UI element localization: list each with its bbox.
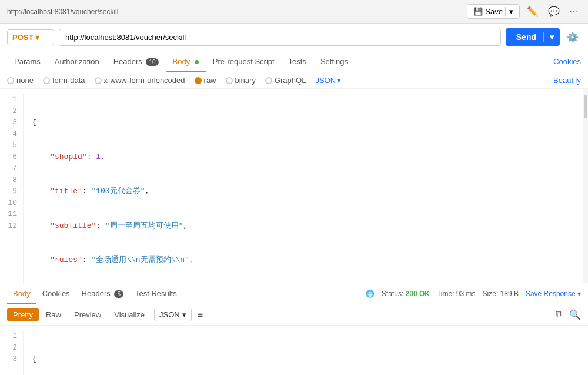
send-button[interactable]: Send ▾ — [506, 28, 560, 46]
resp-tab-cookies[interactable]: Cookies — [36, 284, 76, 304]
top-bar-actions: 💾 Save ▾ ✏️ 💬 ⋯ — [467, 4, 581, 19]
top-bar-url: http://localhost:8081/voucher/seckill — [7, 8, 118, 16]
filter-icon[interactable]: ≡ — [198, 310, 203, 320]
url-bar: POST ▾ Send ▾ ⚙️ — [0, 24, 588, 51]
copy-icon[interactable]: ⧉ — [556, 309, 562, 320]
time-label: Time: 93 ms — [437, 290, 476, 298]
save-response-link[interactable]: Save Response ▾ — [526, 290, 581, 298]
line-numbers: 1 2 3 4 5 6 7 8 9 10 11 12 — [0, 94, 24, 283]
tab-params[interactable]: Params — [7, 52, 48, 72]
top-bar: http://localhost:8081/voucher/seckill 💾 … — [0, 0, 588, 24]
resp-tab-headers[interactable]: Headers 5 — [76, 284, 129, 304]
method-select[interactable]: POST ▾ — [7, 29, 54, 45]
more-options-button[interactable]: ⋯ — [567, 5, 581, 18]
response-code: 1 2 3 { "success": true, "data": 2 — [0, 326, 588, 375]
none-radio — [7, 77, 14, 84]
body-options: none form-data x-www-form-urlencoded raw… — [0, 72, 588, 89]
request-body-editor[interactable]: 1 2 3 4 5 6 7 8 9 10 11 12 { "shopId": 1… — [0, 89, 588, 283]
save-label: Save — [485, 7, 503, 16]
save-dropdown-arrow[interactable]: ▾ — [505, 7, 513, 16]
body-option-binary[interactable]: binary — [226, 76, 256, 85]
body-option-form-data[interactable]: form-data — [43, 76, 85, 85]
scrollbar-thumb[interactable] — [584, 95, 587, 118]
tabs-right: Cookies — [553, 57, 581, 66]
resp-tab-body[interactable]: Body — [7, 284, 36, 304]
fmt-tab-pretty[interactable]: Pretty — [7, 308, 39, 321]
response-editor[interactable]: 1 2 3 { "success": true, "data": 2 — [0, 326, 588, 375]
body-option-url-encoded[interactable]: x-www-form-urlencoded — [95, 76, 185, 85]
status-code: 200 OK — [406, 290, 430, 298]
method-arrow: ▾ — [35, 33, 39, 42]
json-format-select[interactable]: JSON ▾ — [315, 76, 341, 85]
code-lines: { "shopId": 1, "title": "100元代金券", "subT… — [24, 94, 588, 283]
graphql-radio — [265, 77, 272, 84]
headers-badge: 10 — [146, 58, 158, 66]
code-editor: 1 2 3 4 5 6 7 8 9 10 11 12 { "shopId": 1… — [0, 89, 588, 283]
cookies-link[interactable]: Cookies — [553, 57, 581, 66]
tab-tests[interactable]: Tests — [282, 52, 313, 72]
resp-format-right: ⧉ 🔍 — [556, 309, 581, 320]
tab-headers[interactable]: Headers 10 — [106, 52, 166, 72]
send-dropdown-arrow[interactable]: ▾ — [543, 32, 560, 42]
form-data-radio — [43, 77, 50, 84]
response-format-tabs: Pretty Raw Preview Visualize JSON ▾ ≡ ⧉ … — [0, 304, 588, 326]
edit-icon-button[interactable]: ✏️ — [524, 5, 541, 18]
raw-radio — [195, 77, 202, 84]
response-json-select[interactable]: JSON ▾ — [154, 308, 192, 321]
fmt-tab-visualize[interactable]: Visualize — [108, 308, 151, 321]
send-label: Send — [516, 32, 543, 42]
globe-icon: 🌐 — [366, 290, 375, 298]
status-label: Status: 200 OK — [382, 290, 430, 298]
body-option-raw[interactable]: raw — [195, 76, 216, 85]
save-icon: 💾 — [473, 7, 483, 16]
tab-pre-request-script[interactable]: Pre-request Script — [206, 52, 282, 72]
binary-radio — [226, 77, 233, 84]
body-option-none[interactable]: none — [7, 76, 34, 85]
body-options-right: Beautify — [553, 76, 581, 85]
method-label: POST — [12, 33, 33, 42]
response-meta: 🌐 Status: 200 OK Time: 93 ms Size: 189 B… — [366, 290, 581, 298]
search-icon[interactable]: 🔍 — [569, 309, 581, 320]
comment-icon-button[interactable]: 💬 — [546, 5, 562, 18]
settings-icon-button[interactable]: ⚙️ — [564, 31, 581, 44]
save-button[interactable]: 💾 Save ▾ — [467, 4, 520, 19]
url-encoded-radio — [95, 77, 102, 84]
response-line-numbers: 1 2 3 — [0, 330, 24, 375]
fmt-tab-preview[interactable]: Preview — [68, 308, 107, 321]
tab-settings[interactable]: Settings — [313, 52, 355, 72]
request-tabs: Params Authorization Headers 10 Body Pre… — [0, 51, 588, 72]
resp-tab-test-results[interactable]: Test Results — [129, 284, 183, 304]
tab-authorization[interactable]: Authorization — [48, 52, 106, 72]
url-input[interactable] — [59, 29, 501, 46]
tab-body[interactable]: Body — [166, 52, 206, 72]
body-option-graphql[interactable]: GraphQL — [265, 76, 306, 85]
fmt-tab-raw[interactable]: Raw — [40, 308, 67, 321]
response-tabs: Body Cookies Headers 5 Test Results 🌐 St… — [0, 283, 588, 304]
response-code-lines: { "success": true, "data": 2 — [24, 330, 588, 375]
resp-headers-badge: 5 — [114, 290, 123, 298]
size-label: Size: 189 B — [483, 290, 519, 298]
beautify-link[interactable]: Beautify — [553, 76, 581, 85]
scrollbar-track — [583, 89, 588, 283]
body-active-dot — [195, 60, 199, 64]
